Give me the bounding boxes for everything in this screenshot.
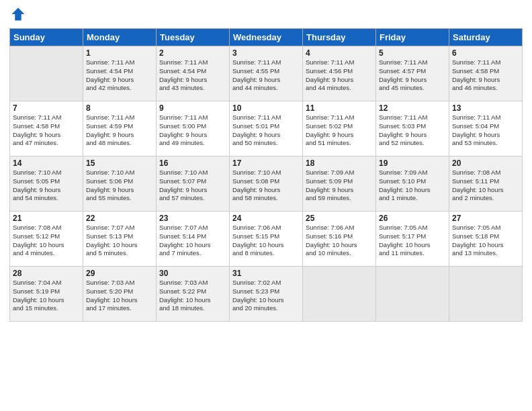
calendar-cell: 11Sunrise: 7:11 AM Sunset: 5:02 PM Dayli… (303, 101, 376, 156)
calendar-cell: 5Sunrise: 7:11 AM Sunset: 4:57 PM Daylig… (376, 46, 449, 101)
logo-icon (11, 7, 26, 21)
calendar-cell: 3Sunrise: 7:11 AM Sunset: 4:55 PM Daylig… (230, 46, 303, 101)
day-number: 30 (159, 269, 226, 278)
svg-marker-0 (12, 8, 25, 21)
day-info: Sunrise: 7:11 AM Sunset: 4:57 PM Dayligh… (379, 58, 446, 93)
weekday-header-friday: Friday (376, 29, 449, 46)
day-info: Sunrise: 7:07 AM Sunset: 5:13 PM Dayligh… (86, 224, 153, 258)
day-number: 18 (306, 158, 373, 168)
weekday-header-tuesday: Tuesday (157, 29, 230, 46)
weekday-header-wednesday: Wednesday (230, 29, 303, 46)
day-info: Sunrise: 7:09 AM Sunset: 5:09 PM Dayligh… (306, 169, 373, 203)
day-info: Sunrise: 7:05 AM Sunset: 5:18 PM Dayligh… (452, 224, 519, 258)
day-info: Sunrise: 7:08 AM Sunset: 5:11 PM Dayligh… (452, 169, 519, 203)
calendar-week-4: 21Sunrise: 7:08 AM Sunset: 5:12 PM Dayli… (10, 212, 523, 267)
page-container: SundayMondayTuesdayWednesdayThursdayFrid… (0, 0, 532, 326)
day-info: Sunrise: 7:06 AM Sunset: 5:15 PM Dayligh… (232, 224, 300, 258)
day-number: 1 (86, 48, 153, 58)
day-number: 27 (452, 214, 519, 223)
calendar-table: SundayMondayTuesdayWednesdayThursdayFrid… (9, 28, 523, 322)
weekday-header-monday: Monday (83, 29, 157, 46)
day-number: 26 (379, 214, 446, 223)
calendar-cell: 28Sunrise: 7:04 AM Sunset: 5:19 PM Dayli… (10, 267, 83, 322)
day-number: 7 (13, 103, 80, 113)
header (9, 7, 523, 24)
day-info: Sunrise: 7:11 AM Sunset: 4:54 PM Dayligh… (86, 58, 153, 93)
day-info: Sunrise: 7:11 AM Sunset: 5:02 PM Dayligh… (306, 113, 373, 148)
day-number: 13 (452, 103, 519, 113)
weekday-header-saturday: Saturday (449, 29, 523, 46)
calendar-cell: 12Sunrise: 7:11 AM Sunset: 5:03 PM Dayli… (376, 101, 449, 156)
day-number: 31 (232, 269, 300, 278)
calendar-cell: 2Sunrise: 7:11 AM Sunset: 4:54 PM Daylig… (157, 46, 230, 101)
day-info: Sunrise: 7:06 AM Sunset: 5:16 PM Dayligh… (306, 224, 373, 258)
calendar-cell: 24Sunrise: 7:06 AM Sunset: 5:15 PM Dayli… (230, 212, 303, 267)
calendar-cell (376, 267, 449, 322)
calendar-cell: 10Sunrise: 7:11 AM Sunset: 5:01 PM Dayli… (230, 101, 303, 156)
calendar-cell: 1Sunrise: 7:11 AM Sunset: 4:54 PM Daylig… (83, 46, 157, 101)
day-number: 14 (13, 158, 80, 168)
day-number: 21 (13, 214, 80, 223)
day-number: 22 (86, 214, 153, 223)
calendar-cell: 21Sunrise: 7:08 AM Sunset: 5:12 PM Dayli… (10, 212, 83, 267)
day-info: Sunrise: 7:03 AM Sunset: 5:20 PM Dayligh… (86, 279, 153, 313)
calendar-cell: 19Sunrise: 7:09 AM Sunset: 5:10 PM Dayli… (376, 156, 449, 212)
day-number: 2 (159, 48, 226, 58)
calendar-cell: 20Sunrise: 7:08 AM Sunset: 5:11 PM Dayli… (449, 156, 523, 212)
calendar-cell: 16Sunrise: 7:10 AM Sunset: 5:07 PM Dayli… (157, 156, 230, 212)
calendar-cell: 13Sunrise: 7:11 AM Sunset: 5:04 PM Dayli… (449, 101, 523, 156)
day-info: Sunrise: 7:10 AM Sunset: 5:07 PM Dayligh… (159, 169, 226, 203)
calendar-cell: 18Sunrise: 7:09 AM Sunset: 5:09 PM Dayli… (303, 156, 376, 212)
calendar-cell: 31Sunrise: 7:02 AM Sunset: 5:23 PM Dayli… (230, 267, 303, 322)
day-info: Sunrise: 7:11 AM Sunset: 4:55 PM Dayligh… (232, 58, 300, 93)
calendar-cell: 26Sunrise: 7:05 AM Sunset: 5:17 PM Dayli… (376, 212, 449, 267)
calendar-cell: 29Sunrise: 7:03 AM Sunset: 5:20 PM Dayli… (83, 267, 157, 322)
calendar-cell: 8Sunrise: 7:11 AM Sunset: 4:59 PM Daylig… (83, 101, 157, 156)
calendar-cell: 22Sunrise: 7:07 AM Sunset: 5:13 PM Dayli… (83, 212, 157, 267)
calendar-cell: 15Sunrise: 7:10 AM Sunset: 5:06 PM Dayli… (83, 156, 157, 212)
day-info: Sunrise: 7:11 AM Sunset: 4:54 PM Dayligh… (159, 58, 226, 93)
day-number: 28 (13, 269, 80, 278)
day-number: 29 (86, 269, 153, 278)
day-info: Sunrise: 7:03 AM Sunset: 5:22 PM Dayligh… (159, 279, 226, 313)
calendar-cell: 17Sunrise: 7:10 AM Sunset: 5:08 PM Dayli… (230, 156, 303, 212)
calendar-cell (449, 267, 523, 322)
calendar-cell: 25Sunrise: 7:06 AM Sunset: 5:16 PM Dayli… (303, 212, 376, 267)
day-info: Sunrise: 7:09 AM Sunset: 5:10 PM Dayligh… (379, 169, 446, 203)
day-number: 9 (159, 103, 226, 113)
day-info: Sunrise: 7:11 AM Sunset: 5:04 PM Dayligh… (452, 113, 519, 148)
day-info: Sunrise: 7:07 AM Sunset: 5:14 PM Dayligh… (159, 224, 226, 258)
calendar-cell (303, 267, 376, 322)
day-info: Sunrise: 7:11 AM Sunset: 5:00 PM Dayligh… (159, 113, 226, 148)
day-info: Sunrise: 7:02 AM Sunset: 5:23 PM Dayligh… (232, 279, 300, 313)
day-number: 11 (306, 103, 373, 113)
day-info: Sunrise: 7:11 AM Sunset: 5:01 PM Dayligh… (232, 113, 300, 148)
day-info: Sunrise: 7:11 AM Sunset: 4:58 PM Dayligh… (452, 58, 519, 93)
weekday-header-sunday: Sunday (10, 29, 83, 46)
day-info: Sunrise: 7:11 AM Sunset: 5:03 PM Dayligh… (379, 113, 446, 148)
calendar-cell: 14Sunrise: 7:10 AM Sunset: 5:05 PM Dayli… (10, 156, 83, 212)
calendar-week-1: 1Sunrise: 7:11 AM Sunset: 4:54 PM Daylig… (10, 46, 523, 101)
calendar-cell: 6Sunrise: 7:11 AM Sunset: 4:58 PM Daylig… (449, 46, 523, 101)
day-info: Sunrise: 7:10 AM Sunset: 5:05 PM Dayligh… (13, 169, 80, 203)
day-number: 3 (232, 48, 300, 58)
weekday-header-thursday: Thursday (303, 29, 376, 46)
day-number: 8 (86, 103, 153, 113)
day-number: 24 (232, 214, 300, 223)
day-number: 25 (306, 214, 373, 223)
day-info: Sunrise: 7:10 AM Sunset: 5:06 PM Dayligh… (86, 169, 153, 203)
weekday-header-row: SundayMondayTuesdayWednesdayThursdayFrid… (10, 29, 523, 46)
day-info: Sunrise: 7:11 AM Sunset: 4:58 PM Dayligh… (13, 113, 80, 148)
day-info: Sunrise: 7:10 AM Sunset: 5:08 PM Dayligh… (232, 169, 300, 203)
calendar-cell: 23Sunrise: 7:07 AM Sunset: 5:14 PM Dayli… (157, 212, 230, 267)
day-number: 5 (379, 48, 446, 58)
day-info: Sunrise: 7:08 AM Sunset: 5:12 PM Dayligh… (13, 224, 80, 258)
day-number: 16 (159, 158, 226, 168)
day-number: 12 (379, 103, 446, 113)
day-number: 15 (86, 158, 153, 168)
day-number: 17 (232, 158, 300, 168)
day-number: 19 (379, 158, 446, 168)
calendar-week-3: 14Sunrise: 7:10 AM Sunset: 5:05 PM Dayli… (10, 156, 523, 212)
calendar-cell: 27Sunrise: 7:05 AM Sunset: 5:18 PM Dayli… (449, 212, 523, 267)
day-number: 4 (306, 48, 373, 58)
